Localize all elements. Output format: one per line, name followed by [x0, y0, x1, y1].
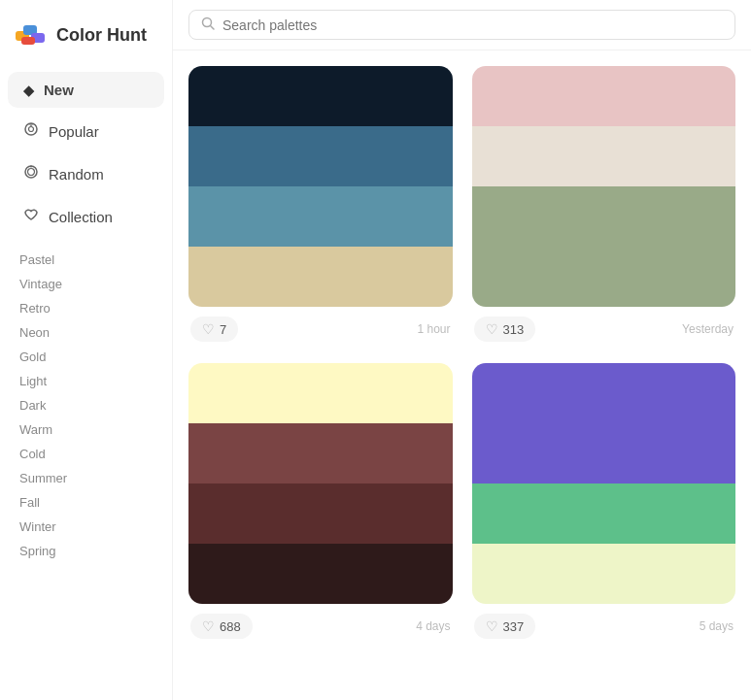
palette-card-1: ♡ 7 1 hour [188, 66, 453, 344]
swatch-4-3 [472, 544, 736, 604]
palette-card-4: ♡ 337 5 days [472, 363, 736, 641]
time-label-3: 4 days [416, 619, 450, 633]
time-label-1: 1 hour [417, 322, 450, 336]
palette-swatches-4[interactable] [472, 363, 736, 604]
swatch-3-4 [188, 544, 453, 604]
crown-icon [23, 121, 39, 141]
tag-cold[interactable]: Cold [16, 442, 156, 466]
nav-item-random[interactable]: Random [8, 154, 164, 193]
swatch-2-3 [472, 186, 736, 307]
search-input[interactable] [222, 17, 723, 33]
heart-icon-4: ♡ [486, 618, 498, 634]
like-button-1[interactable]: ♡ 7 [190, 317, 238, 342]
logo-icon [14, 17, 49, 52]
swatch-1-1 [188, 66, 453, 126]
diamond-icon: ◆ [23, 83, 34, 98]
tag-warm[interactable]: Warm [16, 417, 156, 442]
time-label-2: Yesterday [682, 322, 734, 336]
like-button-4[interactable]: ♡ 337 [474, 614, 536, 639]
tag-light[interactable]: Light [16, 369, 156, 393]
nav-label-random: Random [49, 166, 104, 183]
swatch-3-2 [188, 423, 453, 483]
logo-area: Color Hunt [0, 10, 172, 70]
like-button-3[interactable]: ♡ 688 [190, 614, 253, 639]
tag-retro[interactable]: Retro [16, 296, 156, 320]
swatch-4-2 [472, 483, 736, 544]
search-area [173, 0, 751, 50]
tag-neon[interactable]: Neon [16, 320, 156, 345]
svg-rect-4 [21, 37, 35, 45]
svg-point-8 [25, 166, 37, 178]
tag-gold[interactable]: Gold [16, 345, 156, 369]
tag-winter[interactable]: Winter [16, 515, 156, 539]
tag-vintage[interactable]: Vintage [16, 272, 156, 296]
tags-section: Pastel Vintage Retro Neon Gold Light Dar… [0, 238, 172, 567]
swatch-3-1 [188, 363, 453, 423]
palette-footer-3: ♡ 688 4 days [188, 612, 453, 641]
swatch-4-1 [472, 363, 736, 483]
swatch-2-1 [472, 66, 736, 126]
nav-label-popular: Popular [49, 123, 99, 140]
main-content: ♡ 7 1 hour ♡ 313 Yesterday [173, 0, 751, 700]
nav-item-new[interactable]: ◆ New [8, 72, 164, 108]
sidebar: Color Hunt ◆ New Popular Random [0, 0, 173, 700]
swatch-1-3 [188, 186, 453, 247]
like-button-2[interactable]: ♡ 313 [474, 317, 536, 342]
svg-point-9 [28, 169, 35, 176]
logo-text: Color Hunt [56, 25, 147, 46]
heart-icon-3: ♡ [202, 618, 215, 634]
tag-fall[interactable]: Fall [16, 490, 156, 515]
svg-point-5 [25, 123, 37, 135]
palette-footer-2: ♡ 313 Yesterday [472, 315, 736, 344]
swatch-1-2 [188, 126, 453, 186]
tag-summer[interactable]: Summer [16, 466, 156, 490]
svg-point-6 [29, 127, 34, 132]
heart-icon-2: ♡ [486, 321, 498, 337]
nav-item-popular[interactable]: Popular [8, 112, 164, 150]
tag-pastel[interactable]: Pastel [16, 248, 156, 272]
palette-swatches-2[interactable] [472, 66, 736, 307]
random-icon [23, 164, 39, 183]
palette-swatches-3[interactable] [188, 363, 453, 604]
search-icon [201, 17, 215, 33]
svg-point-7 [30, 124, 32, 126]
nav-item-collection[interactable]: Collection [8, 197, 164, 236]
palette-swatches-1[interactable] [188, 66, 453, 307]
palettes-grid: ♡ 7 1 hour ♡ 313 Yesterday [173, 50, 751, 700]
time-label-4: 5 days [700, 619, 734, 633]
tag-dark[interactable]: Dark [16, 393, 156, 417]
palette-card-2: ♡ 313 Yesterday [472, 66, 736, 344]
heart-nav-icon [23, 207, 39, 226]
palette-footer-4: ♡ 337 5 days [472, 612, 736, 641]
swatch-2-2 [472, 126, 736, 186]
tag-spring[interactable]: Spring [16, 539, 156, 563]
nav-label-collection: Collection [49, 209, 113, 225]
heart-icon-1: ♡ [202, 321, 215, 337]
swatch-3-3 [188, 483, 453, 544]
like-count-1: 7 [220, 322, 226, 337]
like-count-2: 313 [503, 322, 525, 337]
palette-card-3: ♡ 688 4 days [188, 363, 453, 641]
search-bar [188, 10, 735, 40]
svg-point-10 [30, 166, 32, 168]
swatch-1-4 [188, 247, 453, 307]
palette-footer-1: ♡ 7 1 hour [188, 315, 453, 344]
like-count-4: 337 [503, 619, 525, 634]
nav-label-new: New [44, 82, 74, 98]
svg-line-12 [211, 26, 215, 30]
like-count-3: 688 [220, 619, 241, 634]
